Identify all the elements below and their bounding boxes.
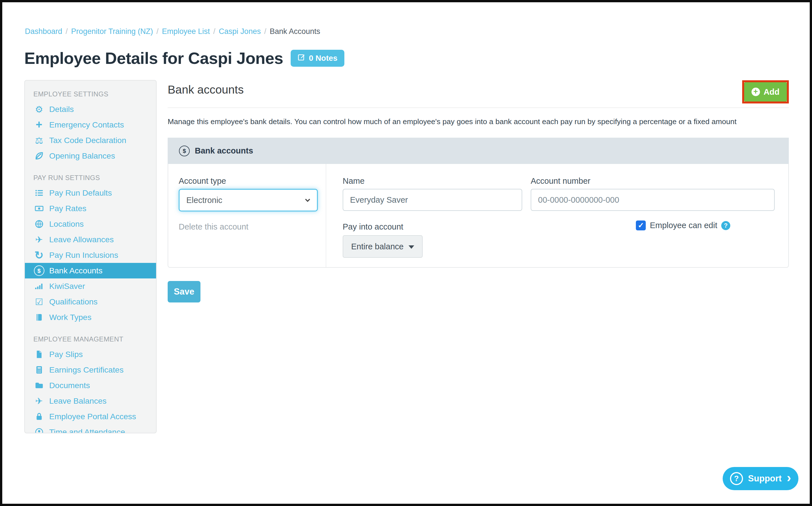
sidebar-item-tax-code-declaration[interactable]: ⚖ Tax Code Declaration <box>25 133 156 148</box>
plane-icon: ✈ <box>33 234 45 245</box>
account-type-value: Electronic <box>186 196 222 205</box>
breadcrumb-link-business[interactable]: Progenitor Training (NZ) <box>71 27 153 36</box>
sidebar-item-label: Pay Slips <box>49 350 83 359</box>
section-heading: Bank accounts <box>168 83 244 96</box>
sidebar-item-pay-run-defaults[interactable]: Pay Run Defaults <box>25 185 156 201</box>
list-icon <box>33 187 45 199</box>
page-description: Manage this employee's bank details. You… <box>168 117 776 126</box>
sidebar-item-label: Bank Accounts <box>49 266 103 275</box>
lock-icon <box>33 411 45 422</box>
chevron-right-icon: › <box>787 471 791 484</box>
sidebar-item-label: Earnings Certificates <box>49 365 124 374</box>
employee-can-edit-checkbox[interactable]: ✓ <box>636 221 646 230</box>
sidebar-item-bank-accounts[interactable]: $ Bank Accounts <box>25 263 156 278</box>
sidebar-item-earnings-certificates[interactable]: Earnings Certificates <box>25 362 156 378</box>
sidebar-item-pay-slips[interactable]: Pay Slips <box>25 347 156 362</box>
employee-can-edit-label: Employee can edit <box>650 221 717 230</box>
sidebar-item-details[interactable]: ⚙ Details <box>25 101 156 117</box>
leaf-icon <box>33 150 45 162</box>
file-icon <box>33 349 45 360</box>
sidebar-item-emergency-contacts[interactable]: + Emergency Contacts <box>25 117 156 133</box>
dollar-circle-icon: $ <box>179 146 190 156</box>
sidebar-item-label: Employee Portal Access <box>49 412 136 421</box>
sidebar-item-label: Documents <box>49 381 90 390</box>
sidebar-item-leave-allowances[interactable]: ✈ Leave Allowances <box>25 232 156 247</box>
column-divider <box>326 164 326 267</box>
account-number-input[interactable] <box>531 189 775 211</box>
sidebar-item-label: Locations <box>49 219 84 229</box>
sidebar-item-time-and-attendance[interactable]: Time and Attendance <box>25 424 156 433</box>
sidebar-item-kiwisaver[interactable]: KiwiSaver <box>25 278 156 294</box>
sidebar-item-label: Tax Code Declaration <box>49 136 126 145</box>
question-circle-icon[interactable]: ? <box>721 221 730 230</box>
plane-icon: ✈ <box>33 396 45 407</box>
edit-note-icon <box>298 53 305 63</box>
breadcrumb-separator: / <box>213 27 216 36</box>
name-label: Name <box>343 176 364 186</box>
title-row: Employee Details for Caspi Jones 0 Notes <box>24 49 344 68</box>
sidebar-item-documents[interactable]: Documents <box>25 378 156 393</box>
person-clock-icon <box>33 427 45 434</box>
sidebar-item-label: Emergency Contacts <box>49 120 124 130</box>
globe-icon <box>33 219 45 230</box>
sidebar-section-heading: EMPLOYEE MANAGEMENT <box>33 335 156 343</box>
sidebar-section-heading: PAY RUN SETTINGS <box>33 174 156 182</box>
folder-icon <box>33 380 45 391</box>
bar-chart-icon <box>33 281 45 292</box>
sidebar-item-label: Opening Balances <box>49 151 115 161</box>
bank-accounts-panel: $ Bank accounts Account type Electronic … <box>168 138 789 268</box>
sidebar-item-label: KiwiSaver <box>49 281 85 291</box>
pay-into-account-value: Entire balance <box>351 242 403 251</box>
panel-header: $ Bank accounts <box>168 138 789 164</box>
breadcrumb-link-dashboard[interactable]: Dashboard <box>25 27 62 36</box>
breadcrumb-link-employee-list[interactable]: Employee List <box>162 27 210 36</box>
sync-icon: ↻ <box>33 250 45 261</box>
book-icon <box>33 312 45 323</box>
add-button-highlight: + Add <box>742 80 789 103</box>
account-type-label: Account type <box>179 176 226 186</box>
breadcrumb-separator: / <box>66 27 68 36</box>
panel-body: Account type Electronic Delete this acco… <box>168 164 789 268</box>
sidebar-item-label: Pay Rates <box>49 204 86 213</box>
plus-circle-icon: + <box>751 88 760 96</box>
sidebar-section-heading: EMPLOYEE SETTINGS <box>33 90 156 98</box>
notes-button[interactable]: 0 Notes <box>291 50 344 67</box>
notes-button-label: 0 Notes <box>309 54 338 63</box>
breadcrumb-link-employee[interactable]: Caspi Jones <box>219 27 261 36</box>
money-icon <box>33 203 45 214</box>
divider <box>168 107 789 108</box>
sidebar-item-work-types[interactable]: Work Types <box>25 310 156 325</box>
check-square-icon: ☑ <box>33 296 45 308</box>
employee-can-edit-row: ✓ Employee can edit ? <box>636 221 730 230</box>
support-button[interactable]: ? Support › <box>723 467 798 490</box>
sidebar-item-pay-run-inclusions[interactable]: ↻ Pay Run Inclusions <box>25 247 156 263</box>
question-circle-icon: ? <box>730 472 743 485</box>
sidebar-item-leave-balances[interactable]: ✈ Leave Balances <box>25 393 156 409</box>
support-button-label: Support <box>748 474 782 484</box>
delete-account-link[interactable]: Delete this account <box>179 222 248 232</box>
name-input[interactable] <box>343 189 522 211</box>
panel-header-label: Bank accounts <box>195 146 253 156</box>
sidebar-item-label: Pay Run Defaults <box>49 188 112 197</box>
chevron-down-icon <box>303 196 312 204</box>
account-type-select[interactable]: Electronic <box>179 189 318 212</box>
caret-down-icon <box>409 245 414 249</box>
gear-icon: ⚙ <box>33 104 45 115</box>
sidebar-item-label: Pay Run Inclusions <box>49 250 118 260</box>
calculator-icon <box>33 364 45 376</box>
sidebar-item-label: Leave Allowances <box>49 235 114 244</box>
sidebar-item-qualifications[interactable]: ☑ Qualifications <box>25 294 156 310</box>
sidebar-item-opening-balances[interactable]: Opening Balances <box>25 148 156 164</box>
account-number-label: Account number <box>531 176 590 186</box>
pay-into-account-dropdown[interactable]: Entire balance <box>343 235 423 258</box>
sidebar-item-label: Work Types <box>49 313 91 322</box>
sidebar-item-employee-portal-access[interactable]: Employee Portal Access <box>25 409 156 424</box>
save-button[interactable]: Save <box>168 281 200 303</box>
sidebar-item-label: Time and Attendance <box>49 427 125 433</box>
sidebar-item-label: Details <box>49 105 74 114</box>
sidebar-item-locations[interactable]: Locations <box>25 216 156 232</box>
pay-into-account-label: Pay into account <box>343 222 403 232</box>
sidebar-item-pay-rates[interactable]: Pay Rates <box>25 201 156 216</box>
add-button[interactable]: + Add <box>744 82 787 101</box>
page-title: Employee Details for Caspi Jones <box>24 49 283 68</box>
